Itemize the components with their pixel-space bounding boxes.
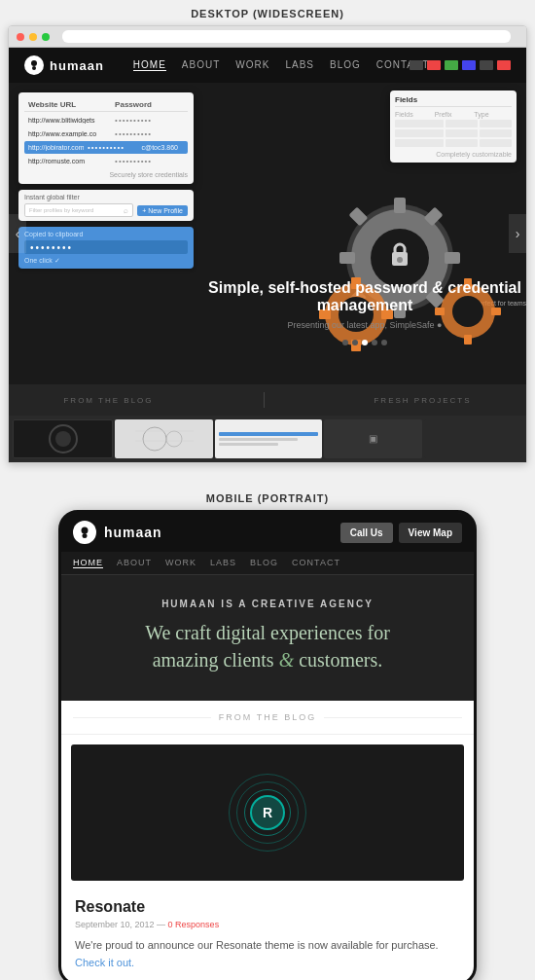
desktop-nav: humaan HOME ABOUT WORK LABS BLOG CONTACT [9, 48, 526, 83]
mobile-section: MOBILE (PORTRAIT) humaan Call Us View Ma… [0, 475, 535, 980]
pm-secure-text: Securely store credentials [24, 171, 188, 178]
mobile-hero-line1: We craft digital experiences for [145, 622, 390, 643]
pm-header-pass: Password [115, 100, 184, 109]
hero-subtitle: Presenting our latest app, SimpleSafe ● [287, 320, 442, 330]
svg-point-0 [31, 60, 37, 66]
thumb-2[interactable] [115, 419, 213, 458]
hero-dot-1[interactable] [342, 340, 348, 345]
mobile-hero: HUMAAN IS A CREATIVE AGENCY We craft dig… [61, 575, 474, 701]
pm-url-3: http://jobirator.com [28, 144, 84, 151]
thumb-3[interactable] [215, 419, 321, 458]
mobile-nav-labs[interactable]: LABS [210, 558, 236, 568]
pm-oneclick-label: One click ✓ [24, 257, 188, 265]
browser-maximize-dot[interactable] [42, 33, 50, 41]
pm-pass-1: •••••••••• [115, 116, 184, 125]
hero-next-arrow[interactable]: › [509, 214, 526, 253]
desktop-nav-about[interactable]: ABOUT [182, 59, 220, 71]
nav-icon-4 [462, 60, 476, 70]
desktop-bottom-strip: FROM THE BLOG FRESH PROJECTS [9, 384, 526, 416]
browser-close-dot[interactable] [17, 33, 24, 41]
svg-point-29 [166, 431, 182, 447]
resonate-letter: R [250, 795, 285, 830]
svg-point-32 [82, 527, 89, 534]
mobile-ampersand: & [279, 649, 295, 671]
mobile-nav-contact[interactable]: CONTACT [292, 558, 340, 568]
desktop-nav-links: HOME ABOUT WORK LABS BLOG CONTACT [133, 59, 430, 71]
desktop-nav-labs[interactable]: LABS [285, 59, 314, 71]
hero-dot-4[interactable] [372, 340, 377, 345]
mobile-post-responses[interactable]: 0 Responses [168, 920, 220, 929]
pm-pass-3: •••••••••• [88, 143, 134, 152]
svg-point-33 [83, 533, 88, 538]
browser-url-bar[interactable] [62, 30, 511, 43]
pm-clipboard-value: •••••••• [24, 240, 188, 254]
pm-search-input[interactable]: Filter profiles by keyword ⌕ [24, 203, 133, 217]
nav-icon-5 [480, 60, 493, 70]
mobile-post-excerpt: We're proud to announce our Resonate the… [75, 937, 460, 971]
thumb-4[interactable]: ▣ [324, 419, 422, 458]
pm-search-row: Filter profiles by keyword ⌕ + New Profi… [24, 203, 188, 217]
pm-clipboard-label: Copied to clipboard [24, 231, 188, 237]
mobile-nav-work[interactable]: WORK [165, 558, 196, 568]
table-row: http://jobirator.com •••••••••• c@toc3.8… [24, 141, 188, 154]
thumb-1[interactable] [13, 419, 113, 458]
desktop-site: humaan HOME ABOUT WORK LABS BLOG CONTACT [9, 48, 526, 462]
table-row: http://romuste.com •••••••••• [24, 155, 188, 167]
desktop-section: DESKTOP (WIDESCREEN) humaan [0, 0, 535, 475]
mobile-map-button[interactable]: View Map [399, 523, 462, 543]
mobile-post-title[interactable]: Resonate [75, 898, 460, 916]
pm-url-4: http://romuste.com [28, 158, 111, 164]
hero-dot-2[interactable] [352, 340, 358, 345]
mobile-hero-title: We craft digital experiences for amazing… [77, 619, 458, 673]
password-panel: Website URL Password http://www.blitiwid… [9, 83, 203, 384]
browser-minimize-dot[interactable] [29, 33, 37, 41]
mobile-post-content: Resonate September 10, 2012 — 0 Response… [61, 890, 474, 980]
mobile-logo-text: humaan [104, 525, 333, 540]
mobile-nav-about[interactable]: ABOUT [117, 558, 152, 568]
pm-pass-4: •••••••••• [115, 157, 184, 165]
mobile-label: MOBILE (PORTRAIT) [58, 485, 477, 510]
desktop-nav-home[interactable]: HOME [133, 59, 166, 71]
mobile-post-link[interactable]: Check it out. [75, 957, 134, 968]
mobile-device: humaan Call Us View Map HOME ABOUT WORK … [58, 510, 477, 980]
table-row: http://www.blitiwidgets •••••••••• [24, 114, 188, 127]
resonate-circle: R [229, 774, 306, 852]
pm-clipboard: Copied to clipboard •••••••• One click ✓ [18, 227, 194, 269]
mobile-post-separator: — [157, 920, 168, 929]
bottom-divider [264, 392, 265, 408]
hero-prev-arrow[interactable]: ‹ [9, 214, 26, 253]
nav-icon-1 [410, 60, 423, 70]
desktop-thumbnails: ▣ [9, 416, 526, 462]
mobile-post-date: September 10, 2012 [75, 920, 155, 929]
desktop-browser: humaan HOME ABOUT WORK LABS BLOG CONTACT [8, 25, 527, 463]
mobile-post-thumbnail[interactable]: R [71, 744, 464, 881]
hero-dot-5[interactable] [381, 340, 387, 345]
pm-header-url: Website URL [28, 100, 111, 109]
pm-badge: c@toc3.860 [138, 143, 182, 152]
mobile-blog-header: FROM THE BLOG [61, 701, 474, 735]
table-row: http://www.example.co •••••••••• [24, 127, 188, 140]
blog-line-right [324, 717, 462, 718]
mobile-call-button[interactable]: Call Us [340, 523, 393, 543]
mobile-post-meta: September 10, 2012 — 0 Responses [75, 920, 460, 929]
hero-dot-3[interactable] [362, 340, 368, 345]
pm-window: Website URL Password http://www.blitiwid… [18, 92, 194, 184]
thumb-5[interactable] [424, 419, 522, 458]
browser-chrome [9, 26, 526, 48]
mobile-nav-blog[interactable]: BLOG [250, 558, 278, 568]
nav-icon-6 [497, 60, 511, 70]
nav-right-icons [410, 60, 511, 70]
desktop-nav-work[interactable]: WORK [235, 59, 269, 71]
from-blog-label: FROM THE BLOG [63, 396, 153, 405]
logo-icon [24, 55, 44, 75]
pm-pass-2: •••••••••• [115, 129, 184, 138]
svg-point-1 [32, 66, 36, 70]
mobile-blog-section: FROM THE BLOG R Resonate September 10, 2… [61, 701, 474, 980]
mobile-nav-home[interactable]: HOME [73, 558, 103, 568]
nav-icon-3 [445, 60, 458, 70]
desktop-nav-blog[interactable]: BLOG [330, 59, 361, 71]
hero-title: Simple, self-hosted password & credentia… [203, 279, 526, 314]
mobile-nav: humaan Call Us View Map [61, 513, 474, 552]
pm-new-profile-button[interactable]: + New Profile [137, 205, 188, 216]
pm-url-1: http://www.blitiwidgets [28, 117, 111, 124]
